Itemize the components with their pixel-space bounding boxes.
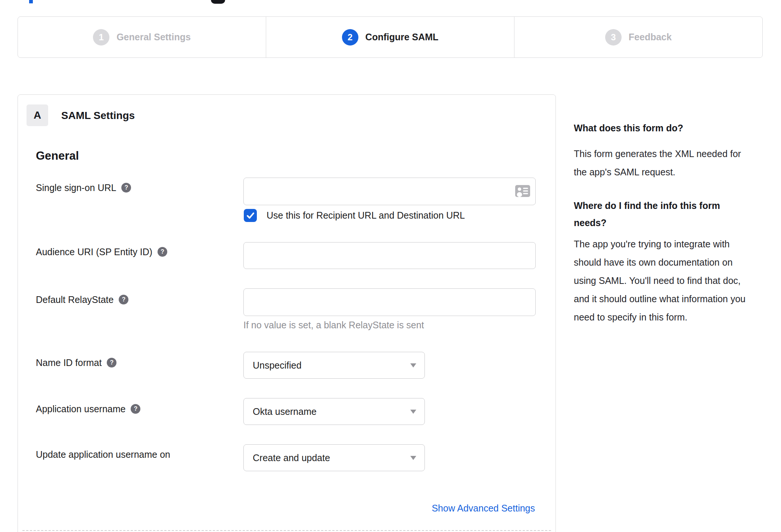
step-label: General Settings [116, 32, 191, 43]
dropdown-arrow-icon [410, 410, 416, 414]
default-relaystate-input[interactable] [243, 288, 536, 316]
sso-url-input[interactable] [243, 178, 536, 205]
name-id-format-label-text: Name ID format [36, 357, 102, 368]
step-general-settings[interactable]: 1 General Settings [18, 17, 266, 57]
sidebar-question-2-body: The app you're trying to integrate with … [574, 235, 752, 326]
help-icon[interactable]: ? [107, 358, 116, 367]
sso-url-label-text: Single sign-on URL [36, 182, 116, 193]
application-username-label-text: Application username [36, 404, 125, 414]
sidebar-question-2-title: Where do I find the info this form needs… [574, 197, 752, 231]
cutoff-app-logo-icon [211, 0, 225, 4]
help-icon[interactable]: ? [121, 183, 131, 193]
name-id-format-label: Name ID format ? [36, 357, 116, 368]
sidebar-question-1-body: This form generates the XML needed for t… [574, 145, 752, 181]
name-id-format-value: Unspecified [253, 360, 302, 371]
sso-checkbox-row: Use this for Recipient URL and Destinati… [244, 209, 465, 222]
audience-uri-label-text: Audience URI (SP Entity ID) [36, 247, 152, 257]
application-username-label: Application username ? [36, 403, 140, 414]
step-label: Feedback [629, 32, 672, 43]
sidebar-question-1-title: What does this form do? [574, 119, 752, 137]
update-app-username-label-text: Update application username on [36, 449, 170, 460]
default-relaystate-label-text: Default RelayState [36, 294, 113, 305]
step-number-badge: 3 [605, 29, 622, 46]
audience-uri-input[interactable] [243, 242, 536, 269]
step-configure-saml[interactable]: 2 Configure SAML [266, 17, 514, 57]
dropdown-arrow-icon [410, 363, 416, 367]
recipient-url-checkbox[interactable] [244, 209, 257, 222]
contact-card-autofill-icon[interactable] [515, 185, 530, 198]
update-app-username-label: Update application username on [36, 449, 170, 460]
default-relaystate-label: Default RelayState ? [36, 294, 128, 305]
show-advanced-settings-link[interactable]: Show Advanced Settings [432, 503, 535, 514]
panel-title: SAML Settings [61, 110, 135, 122]
step-label: Configure SAML [365, 32, 439, 43]
audience-uri-label: Audience URI (SP Entity ID) ? [36, 246, 167, 257]
help-sidebar: What does this form do? This form genera… [574, 119, 752, 326]
relaystate-hint: If no value is set, a blank RelayState i… [243, 320, 424, 331]
sso-url-label: Single sign-on URL ? [36, 182, 131, 193]
section-a-badge: A [27, 104, 48, 126]
dropdown-arrow-icon [410, 456, 416, 460]
help-icon[interactable]: ? [158, 247, 167, 257]
recipient-url-checkbox-label: Use this for Recipient URL and Destinati… [267, 210, 465, 221]
step-feedback[interactable]: 3 Feedback [514, 17, 762, 57]
cutoff-title-caret [29, 0, 33, 3]
saml-settings-panel: A SAML Settings General Single sign-on U… [18, 94, 556, 532]
help-icon[interactable]: ? [131, 404, 140, 414]
step-number-badge: 2 [342, 29, 358, 46]
update-app-username-select[interactable]: Create and update [243, 444, 425, 471]
name-id-format-select[interactable]: Unspecified [243, 352, 425, 379]
application-username-select[interactable]: Okta username [243, 398, 425, 425]
step-number-badge: 1 [93, 29, 109, 46]
wizard-stepper: 1 General Settings 2 Configure SAML 3 Fe… [18, 16, 763, 58]
update-app-username-value: Create and update [253, 453, 330, 463]
general-heading: General [36, 149, 79, 163]
application-username-value: Okta username [253, 406, 317, 417]
help-icon[interactable]: ? [119, 295, 128, 304]
section-divider-dashed [22, 530, 551, 531]
